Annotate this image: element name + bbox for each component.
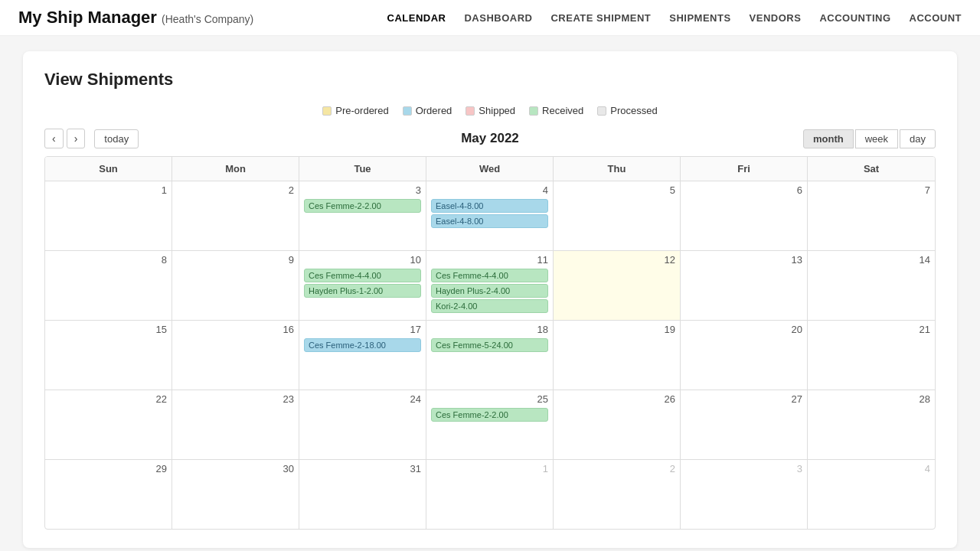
day-number: 25 (431, 393, 548, 405)
calendar-cell[interactable]: 21 (808, 321, 935, 390)
calendar-cell[interactable]: 3Ces Femme-2-2.00 (299, 181, 426, 250)
calendar-cell[interactable]: 20 (681, 321, 808, 390)
calendar-header: SunMonTueWedThuFriSat (45, 157, 935, 181)
calendar-cell[interactable]: 8 (45, 251, 172, 320)
legend-dot (466, 106, 475, 116)
legend-item: Ordered (403, 105, 452, 116)
calendar-cell[interactable]: 31 (299, 460, 426, 529)
day-number: 16 (177, 324, 294, 335)
calendar-row: 151617Ces Femme-2-18.0018Ces Femme-5-24.… (45, 321, 935, 390)
day-number: 20 (685, 324, 802, 335)
day-number: 31 (304, 463, 421, 474)
day-number: 7 (812, 184, 930, 196)
page-card: View Shipments Pre-orderedOrderedShipped… (23, 51, 957, 548)
calendar-cell[interactable]: 23 (172, 390, 299, 459)
calendar-cell[interactable]: 30 (172, 460, 299, 529)
calendar-cell[interactable]: 22 (45, 390, 172, 459)
view-btn-week[interactable]: week (855, 129, 898, 148)
app-logo[interactable]: My Ship Manager (Heath's Company) (18, 8, 253, 28)
page-title: View Shipments (44, 70, 936, 90)
legend-label: Shipped (479, 105, 515, 116)
calendar-event[interactable]: Ces Femme-5-24.00 (431, 338, 548, 352)
calendar-cell[interactable]: 17Ces Femme-2-18.00 (299, 321, 426, 390)
legend: Pre-orderedOrderedShippedReceivedProcess… (44, 105, 936, 116)
calendar-cell[interactable]: 1 (45, 181, 172, 250)
calendar-cell[interactable]: 2 (554, 460, 681, 529)
next-button[interactable]: › (67, 129, 86, 148)
day-number: 12 (558, 254, 675, 266)
day-number: 6 (685, 184, 802, 196)
calendar-event[interactable]: Ces Femme-2-18.00 (304, 338, 421, 352)
legend-label: Ordered (416, 105, 452, 116)
calendar-cell[interactable]: 5 (554, 181, 681, 250)
calendar-header-cell: Tue (299, 157, 426, 181)
calendar-event[interactable]: Ces Femme-2-2.00 (304, 199, 421, 213)
calendar-cell[interactable]: 10Ces Femme-4-4.00Hayden Plus-1-2.00 (299, 251, 426, 320)
legend-item: Pre-ordered (322, 105, 388, 116)
calendar-event[interactable]: Hayden Plus-1-2.00 (304, 284, 421, 298)
calendar-event[interactable]: Easel-4-8.00 (431, 199, 548, 213)
calendar-row: 8910Ces Femme-4-4.00Hayden Plus-1-2.0011… (45, 251, 935, 321)
calendar-header-cell: Sat (808, 157, 935, 181)
day-number: 2 (558, 463, 675, 474)
calendar-cell[interactable]: 1 (426, 460, 554, 529)
day-number: 17 (304, 324, 421, 335)
main-content: View Shipments Pre-orderedOrderedShipped… (0, 36, 980, 551)
day-number: 15 (50, 324, 167, 335)
calendar-event[interactable]: Ces Femme-2-2.00 (431, 408, 548, 422)
calendar-cell[interactable]: 16 (172, 321, 299, 390)
calendar-event[interactable]: Easel-4-8.00 (431, 214, 548, 228)
calendar-cell[interactable]: 4Easel-4-8.00Easel-4-8.00 (426, 181, 554, 250)
calendar-cell[interactable]: 3 (681, 460, 808, 529)
calendar-cell[interactable]: 12 (554, 251, 681, 320)
view-btn-month[interactable]: month (803, 129, 854, 148)
nav-item-dashboard[interactable]: DASHBOARD (464, 12, 532, 24)
day-number: 30 (177, 463, 294, 474)
calendar-cell[interactable]: 29 (45, 460, 172, 529)
calendar-event[interactable]: Ces Femme-4-4.00 (304, 269, 421, 282)
day-number: 26 (558, 393, 675, 405)
day-number: 1 (50, 184, 167, 196)
calendar-cell[interactable]: 25Ces Femme-2-2.00 (426, 390, 554, 459)
prev-button[interactable]: ‹ (44, 129, 64, 148)
view-buttons: monthweekday (803, 129, 936, 148)
day-number: 10 (304, 254, 421, 266)
day-number: 9 (177, 254, 294, 266)
calendar-cell[interactable]: 24 (299, 390, 426, 459)
calendar-cell[interactable]: 9 (172, 251, 299, 320)
calendar-cell[interactable]: 18Ces Femme-5-24.00 (426, 321, 554, 390)
nav-item-create-shipment[interactable]: CREATE SHIPMENT (550, 12, 651, 24)
calendar-cell[interactable]: 13 (681, 251, 808, 320)
view-btn-day[interactable]: day (900, 129, 936, 148)
calendar-cell[interactable]: 6 (681, 181, 808, 250)
calendar-cell[interactable]: 4 (808, 460, 935, 529)
day-number: 21 (812, 324, 930, 335)
nav-item-shipments[interactable]: SHIPMENTS (669, 12, 730, 24)
calendar-cell[interactable]: 27 (681, 390, 808, 459)
main-nav: CALENDARDASHBOARDCREATE SHIPMENTSHIPMENT… (387, 12, 962, 24)
calendar-cell[interactable]: 26 (554, 390, 681, 459)
calendar-cell[interactable]: 14 (808, 251, 935, 320)
legend-item: Processed (597, 105, 657, 116)
calendar-cell[interactable]: 11Ces Femme-4-4.00Hayden Plus-2-4.00Kori… (426, 251, 554, 320)
calendar-cell[interactable]: 19 (554, 321, 681, 390)
calendar-event[interactable]: Ces Femme-4-4.00 (431, 269, 548, 282)
nav-arrows: ‹ › today (44, 129, 139, 148)
nav-item-accounting[interactable]: ACCOUNTING (819, 12, 890, 24)
calendar-cell[interactable]: 2 (172, 181, 299, 250)
today-button[interactable]: today (94, 129, 139, 148)
day-number: 3 (685, 463, 802, 474)
nav-item-account[interactable]: ACCOUNT (910, 12, 962, 24)
nav-item-calendar[interactable]: CALENDAR (387, 12, 446, 24)
calendar-cell[interactable]: 15 (45, 321, 172, 390)
nav-item-vendors[interactable]: VENDORS (750, 12, 802, 24)
legend-item: Received (529, 105, 583, 116)
calendar-header-cell: Wed (426, 157, 554, 181)
calendar-event[interactable]: Hayden Plus-2-4.00 (431, 284, 548, 298)
calendar-event[interactable]: Kori-2-4.00 (431, 299, 548, 313)
calendar-cell[interactable]: 28 (808, 390, 935, 459)
day-number: 8 (50, 254, 167, 266)
calendar-controls: ‹ › today May 2022 monthweekday (44, 129, 936, 148)
calendar-cell[interactable]: 7 (808, 181, 935, 250)
calendar-row: 2930311234 (45, 460, 935, 529)
